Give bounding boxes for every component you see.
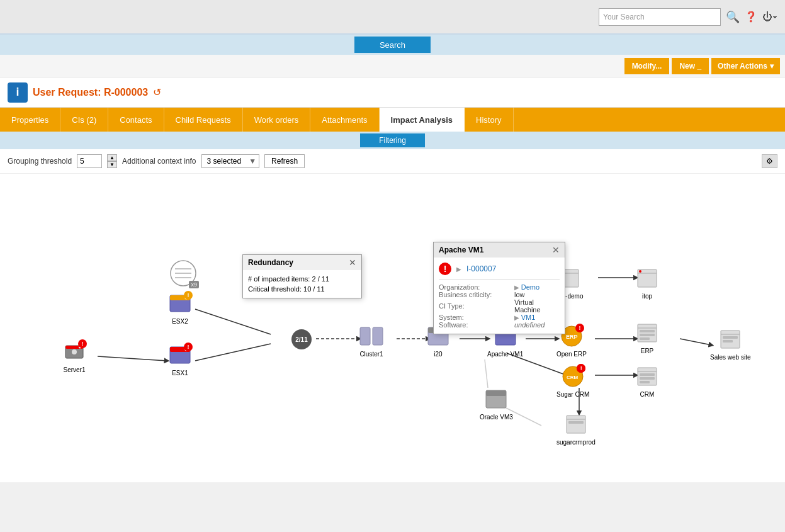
other-actions-label: Other Actions — [718, 62, 767, 71]
context-select-value: 3 selected — [202, 157, 247, 166]
org-value[interactable]: Demo — [521, 283, 539, 291]
svg-rect-48 — [723, 336, 738, 339]
content-area: Filtering Grouping threshold ▲ ▼ Additio… — [0, 132, 785, 482]
node-esx2[interactable]: ! ESX2 — [169, 292, 191, 325]
filter-bar: Filtering — [0, 132, 785, 149]
apache-popup-close[interactable]: ✕ — [552, 245, 560, 255]
redundancy-title: Redundancy — [248, 258, 293, 267]
sales-web-icon — [719, 328, 742, 351]
oracle-vm3-icon — [485, 388, 507, 410]
node-erp[interactable]: ERP — [636, 322, 658, 354]
svg-rect-54 — [640, 373, 655, 376]
system-label: System: — [439, 314, 514, 321]
incident-link[interactable]: I-000007 — [466, 264, 496, 273]
redundancy-popup: Redundancy ✕ # of impacted items: 2 / 11… — [242, 254, 362, 298]
svg-rect-55 — [640, 377, 655, 380]
spinner-up[interactable]: ▲ — [107, 154, 117, 161]
svg-rect-38 — [486, 390, 506, 396]
apache-error-icon: ! — [439, 263, 451, 275]
top-bar: 🔍 ❓ ⏻▾ — [0, 0, 785, 35]
node-sugar-crm[interactable]: CRM ! Sugar CRM — [556, 365, 589, 398]
open-erp-label: Open ERP — [556, 351, 587, 358]
esx1-error-badge: ! — [184, 342, 193, 351]
prop-row-ci-type: CI Type: Virtual Machine — [439, 298, 560, 314]
record-refresh-icon[interactable]: ↺ — [153, 86, 161, 98]
context-select-arrow: ▼ — [246, 157, 259, 166]
spinner-down[interactable]: ▼ — [107, 161, 117, 168]
tab-cis[interactable]: CIs (2) — [60, 108, 108, 132]
cluster1-icon — [359, 325, 384, 348]
system-value[interactable]: VM1 — [521, 314, 536, 321]
arrow-right-indicator: ▶ — [456, 266, 461, 273]
node-oracle-vm3[interactable]: Oracle VM3 — [480, 388, 513, 421]
org-arrow: ▶ — [514, 284, 521, 291]
prop-row-system: System: ▶ VM1 — [439, 314, 560, 321]
node-crm[interactable]: CRM — [636, 365, 658, 398]
svg-rect-30 — [360, 327, 370, 345]
redundancy-popup-body: # of impacted items: 2 / 11 Critical thr… — [243, 270, 361, 298]
prop-row-software: Software: undefined — [439, 321, 560, 329]
new-button[interactable]: New _ — [672, 58, 709, 74]
action-bar: Modify... New _ Other Actions ▾ — [0, 55, 785, 77]
node-sales-web[interactable]: Sales web site — [710, 328, 750, 361]
apache-popup: Apache VM1 ✕ ! ▶ I-000007 Organization: … — [433, 242, 565, 334]
search-icon-button[interactable]: 🔍 — [726, 10, 740, 24]
tab-child-requests[interactable]: Child Requests — [164, 108, 243, 132]
grouping-spinner: ▲ ▼ — [107, 154, 117, 168]
search-input[interactable] — [603, 13, 716, 21]
erp-label: ERP — [641, 348, 654, 354]
apache-popup-header: Apache VM1 ✕ — [434, 242, 565, 258]
node-merge[interactable]: 2/11 — [291, 329, 312, 349]
other-actions-button[interactable]: Other Actions ▾ — [711, 58, 780, 74]
controls-bar: Grouping threshold ▲ ▼ Additional contex… — [0, 149, 785, 174]
node-itop[interactable]: itop — [636, 267, 658, 300]
tab-impact-analysis[interactable]: Impact Analysis — [380, 108, 465, 132]
esx1-label: ESX1 — [172, 370, 188, 376]
crm-label: CRM — [640, 391, 655, 398]
filter-label: Filtering — [360, 133, 425, 147]
apache-properties-table: Organization: ▶ Demo Business criticity:… — [439, 283, 560, 329]
x9-badge: x9 — [189, 281, 199, 288]
power-icon-button[interactable]: ⏻▾ — [762, 11, 777, 23]
node-sugarcrmprod[interactable]: sugarcrmprod — [556, 413, 596, 446]
redundancy-popup-header: Redundancy ✕ — [243, 255, 361, 270]
layout-tool-button[interactable]: ⚙ — [762, 154, 777, 168]
sugarcrmprod-label: sugarcrmprod — [556, 439, 596, 446]
search-bar: Search — [0, 35, 785, 55]
node-cluster1[interactable]: Cluster1 — [359, 325, 384, 358]
node-server1[interactable]: ! Server1 — [63, 341, 86, 373]
tab-properties[interactable]: Properties — [0, 108, 60, 132]
svg-text:ERP: ERP — [566, 334, 578, 340]
page-title-id[interactable]: R-000003 — [104, 87, 148, 98]
grouping-threshold-input[interactable] — [77, 154, 102, 168]
help-icon-button[interactable]: ❓ — [745, 11, 757, 23]
tab-attachments[interactable]: Attachments — [310, 108, 379, 132]
svg-line-1 — [195, 344, 271, 361]
page-title: User Request: R-000003 — [33, 87, 148, 98]
redundancy-line1: # of impacted items: 2 / 11 — [248, 275, 356, 283]
itop-icon — [636, 267, 658, 290]
svg-rect-65 — [568, 421, 584, 424]
redundancy-close-button[interactable]: ✕ — [349, 258, 356, 268]
software-value: undefined — [514, 321, 560, 329]
tab-contacts[interactable]: Contacts — [108, 108, 164, 132]
node-x9[interactable]: x9 — [169, 259, 198, 290]
crm-icon — [636, 365, 658, 388]
page-header: i User Request: R-000003 ↺ — [0, 77, 785, 108]
context-select-wrapper[interactable]: 3 selected ▼ — [201, 154, 260, 168]
svg-rect-63 — [567, 416, 585, 433]
node-esx1[interactable]: ! ESX1 — [169, 344, 191, 376]
tab-history[interactable]: History — [465, 108, 513, 132]
svg-point-62 — [639, 270, 641, 273]
refresh-button[interactable]: Refresh — [264, 154, 305, 168]
sales-web-label: Sales web site — [710, 354, 750, 361]
search-box[interactable] — [599, 8, 721, 26]
search-button[interactable]: Search — [354, 37, 431, 53]
ci-type-label: CI Type: — [439, 298, 514, 314]
context-info-label: Additional context info — [122, 157, 196, 166]
modify-button[interactable]: Modify... — [624, 58, 670, 74]
svg-rect-31 — [373, 327, 383, 345]
tab-work-orders[interactable]: Work orders — [243, 108, 311, 132]
i20-label: i20 — [434, 351, 442, 358]
svg-rect-46 — [721, 331, 740, 348]
